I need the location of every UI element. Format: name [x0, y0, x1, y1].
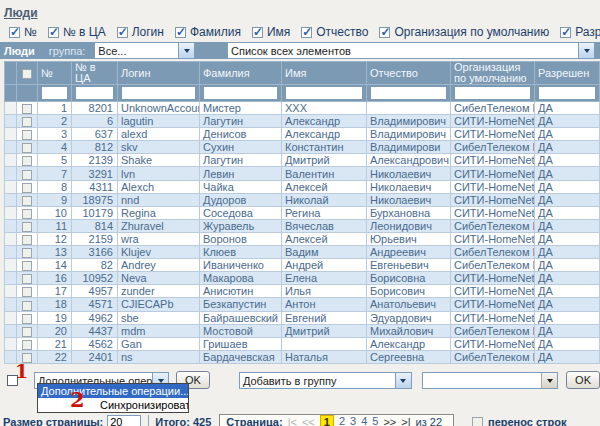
group-select[interactable]: Все... — [94, 42, 195, 59]
row-checkbox[interactable] — [22, 104, 32, 114]
checkbox-icon — [560, 27, 571, 38]
filter-input[interactable] — [42, 87, 67, 99]
menu-item[interactable]: Синхронизировать — [38, 398, 188, 412]
row-checkbox[interactable] — [22, 156, 32, 166]
toolbar-entity-label: Люди — [4, 45, 35, 57]
table-cell: Бурхановна — [367, 206, 451, 219]
page-link[interactable]: 3 — [350, 415, 356, 426]
page-size-label: Размер страницы: — [3, 416, 103, 426]
column-toggle-label: Отчество — [316, 25, 368, 39]
gutter — [5, 167, 17, 180]
row-checkbox[interactable] — [22, 183, 32, 193]
next-page-button[interactable]: >> — [383, 416, 396, 426]
table-row: 1610952NevaМакароваЕленаБорисовнаСИТИ-Ho… — [5, 272, 600, 285]
row-checkbox[interactable] — [22, 301, 32, 311]
group-ok-button[interactable]: OK — [566, 371, 600, 389]
filter-input[interactable] — [539, 87, 595, 99]
table-row: 918975nndДудоровНиколайНиколаевичСИТИ-Ho… — [5, 193, 600, 206]
table-cell: ДА — [535, 311, 600, 324]
page-link[interactable]: 2 — [339, 415, 345, 426]
page-size-input[interactable] — [107, 415, 141, 426]
table-cell: 6 — [72, 115, 118, 128]
row-checkbox[interactable] — [22, 196, 32, 206]
wrap-lines-checkbox[interactable] — [472, 417, 483, 426]
gutter — [5, 311, 17, 324]
list-mode-select[interactable]: Список всех элементов — [227, 42, 595, 59]
first-page-button: |< — [288, 416, 297, 426]
filter-input[interactable] — [204, 87, 277, 99]
column-header[interactable]: № — [38, 62, 72, 85]
page-link[interactable]: 5 — [372, 415, 378, 426]
column-toggle[interactable]: Отчество — [301, 25, 368, 39]
table-cell: Чайка — [200, 180, 282, 193]
table-cell: СИТИ-HomeNet — [451, 154, 535, 167]
column-toggle-label: Организация по умолчанию — [394, 25, 549, 39]
row-checkbox[interactable] — [22, 143, 32, 153]
gutter — [5, 62, 17, 85]
row-checkbox[interactable] — [22, 314, 32, 324]
row-checkbox[interactable] — [22, 248, 32, 258]
table-cell: СИТИ-HomeNet — [451, 128, 535, 141]
table-cell: Николаевич — [367, 193, 451, 206]
table-cell: 20 — [38, 324, 72, 337]
table-cell: СИТИ-HomeNet — [451, 167, 535, 180]
table-cell: Байрашевский — [200, 311, 282, 324]
total-label: Итого: 425 — [155, 416, 211, 426]
page-title-link[interactable]: Люди — [4, 6, 38, 20]
column-toggle[interactable]: Имя — [252, 25, 290, 39]
gutter — [5, 154, 17, 167]
row-checkbox[interactable] — [22, 274, 32, 284]
column-header[interactable]: Разрешен — [535, 62, 600, 85]
column-toggle[interactable]: № в ЦА — [48, 25, 106, 39]
row-checkbox[interactable] — [22, 327, 32, 337]
column-header[interactable]: Организация по умолчанию — [451, 62, 535, 85]
row-checkbox[interactable] — [22, 261, 32, 271]
row-checkbox[interactable] — [22, 222, 32, 232]
table-cell: Алексей — [282, 232, 367, 245]
column-toggle-label: Имя — [267, 25, 290, 39]
gutter — [5, 85, 17, 102]
gutter — [5, 141, 17, 154]
column-toggle[interactable]: Фамилия — [175, 25, 241, 39]
row-checkbox[interactable] — [22, 170, 32, 180]
column-toggle[interactable]: Организация по умолчанию — [379, 25, 549, 39]
annotation-mark-1: 1 — [15, 362, 28, 381]
column-toggle[interactable]: Логин — [117, 25, 164, 39]
table-cell: Alexch — [118, 180, 200, 193]
table-cell: ДА — [535, 324, 600, 337]
filter-input[interactable] — [371, 87, 446, 99]
column-toggle[interactable]: № — [9, 25, 37, 39]
filter-input[interactable] — [122, 87, 195, 99]
column-header[interactable]: Имя — [282, 62, 367, 85]
column-header[interactable]: № в ЦА — [72, 62, 118, 85]
last-page-button[interactable]: >| — [401, 416, 410, 426]
column-header[interactable]: Отчество — [367, 62, 451, 85]
column-header[interactable]: Фамилия — [200, 62, 282, 85]
menu-item[interactable]: Дополнительные операции... — [38, 384, 188, 398]
row-checkbox[interactable] — [22, 130, 32, 140]
table-cell: ns — [118, 350, 200, 363]
table-row: 11814ZhuravelЖуравельВячеславЛеонидовичС… — [5, 219, 600, 232]
page-link[interactable]: 4 — [361, 415, 367, 426]
page-links: 12345 — [320, 415, 379, 426]
column-toggle[interactable]: Разрешен — [560, 25, 600, 39]
group-action-select[interactable]: Добавить в группу — [239, 372, 412, 389]
row-checkbox[interactable] — [22, 235, 32, 245]
filter-input[interactable] — [455, 87, 530, 99]
row-checkbox[interactable] — [22, 209, 32, 219]
filter-input[interactable] — [76, 87, 113, 99]
gutter — [5, 206, 17, 219]
people-table: №№ в ЦАЛогинФамилияИмяОтчествоОрганизаци… — [4, 61, 600, 364]
table-cell: 12 — [38, 232, 72, 245]
group-target-combo[interactable] — [422, 372, 558, 389]
table-cell: ДА — [535, 272, 600, 285]
row-checkbox[interactable] — [22, 287, 32, 297]
table-cell: ДА — [535, 128, 600, 141]
row-checkbox[interactable] — [22, 117, 32, 127]
select-all-checkbox[interactable] — [22, 69, 32, 79]
filter-input[interactable] — [286, 87, 362, 99]
column-header[interactable]: Логин — [118, 62, 200, 85]
table-cell: ДА — [535, 298, 600, 311]
table-cell: lagutin — [118, 115, 200, 128]
row-checkbox[interactable] — [22, 340, 32, 350]
